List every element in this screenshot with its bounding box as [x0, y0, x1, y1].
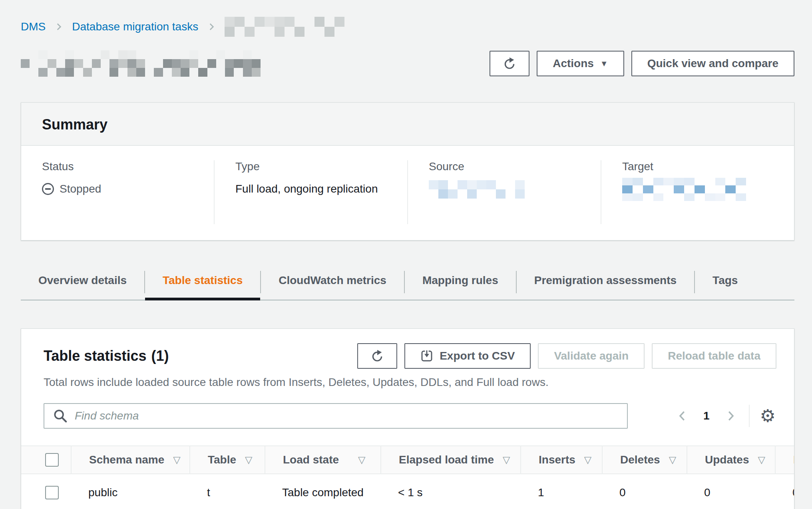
panel-count: (1) — [151, 348, 169, 364]
column-header-inserts[interactable]: Inserts▽ — [520, 446, 602, 473]
cell-schema-name: public — [71, 474, 189, 509]
table-settings-button[interactable]: ⚙ — [759, 407, 776, 425]
column-header-ddls-clipped[interactable]: D — [775, 446, 794, 473]
chevron-left-icon — [675, 409, 690, 423]
column-header-load-state[interactable]: Load state▽ — [265, 446, 380, 473]
schema-search-box — [44, 403, 628, 429]
sort-icon: ▽ — [669, 454, 676, 465]
status-value: Stopped — [60, 183, 101, 195]
tab-table-statistics[interactable]: Table statistics — [145, 264, 260, 300]
dms-task-page: DMS Database migration tasks Actions ▼ Q… — [0, 0, 812, 509]
breadcrumb-link-dms[interactable]: DMS — [21, 20, 46, 33]
breadcrumb-current-redacted — [225, 17, 344, 37]
source-link-redacted[interactable] — [429, 180, 525, 199]
table-statistics-header: Table statistics (1) Export to C — [21, 329, 794, 369]
cell-load-state: Table completed — [265, 474, 380, 509]
find-schema-input[interactable] — [44, 403, 628, 429]
summary-source-column: Source — [407, 160, 601, 224]
export-csv-label: Export to CSV — [440, 350, 515, 362]
caret-down-icon: ▼ — [600, 60, 608, 68]
table-statistics-title: Table statistics (1) — [44, 348, 169, 364]
refresh-icon — [371, 350, 384, 362]
select-all-checkbox[interactable] — [45, 453, 59, 467]
table-statistics-table: Schema name▽ Table▽ Load state▽ Elapsed … — [21, 445, 794, 509]
header-actions: Actions ▼ Quick view and compare — [490, 51, 794, 76]
pagination-next-button[interactable] — [722, 407, 739, 425]
table-actions: Export to CSV Validate again Reload tabl… — [357, 343, 776, 369]
tab-cloudwatch-metrics[interactable]: CloudWatch metrics — [261, 264, 404, 300]
table-statistics-description: Total rows include loaded source table r… — [44, 375, 776, 390]
cell-deletes: 0 — [602, 474, 687, 509]
gear-icon: ⚙ — [760, 406, 776, 426]
actions-label: Actions — [553, 57, 594, 70]
target-link-redacted[interactable] — [622, 178, 746, 201]
table-header-row: Schema name▽ Table▽ Load state▽ Elapsed … — [21, 445, 794, 474]
cell-updates: 0 — [687, 474, 775, 509]
sort-icon: ▽ — [173, 454, 180, 465]
type-value: Full load, ongoing replication — [235, 183, 390, 195]
column-header-deletes[interactable]: Deletes▽ — [602, 446, 687, 473]
column-header-elapsed-load-time[interactable]: Elapsed load time▽ — [380, 446, 520, 473]
type-label: Type — [235, 160, 390, 173]
cell-inserts: 1 — [520, 474, 602, 509]
row-checkbox[interactable] — [45, 486, 59, 499]
quick-view-compare-button[interactable]: Quick view and compare — [631, 51, 794, 76]
summary-grid: Status Stopped Type Full load, ongoing r… — [21, 146, 794, 240]
source-label: Source — [429, 160, 583, 173]
download-icon — [420, 350, 433, 362]
summary-header: Summary — [21, 103, 794, 146]
sort-icon: ▽ — [758, 454, 765, 465]
pagination-divider — [749, 405, 750, 427]
column-header-table[interactable]: Table▽ — [189, 446, 265, 473]
pagination: 1 ⚙ — [674, 405, 776, 427]
breadcrumb-link-migration-tasks[interactable]: Database migration tasks — [72, 20, 198, 33]
column-header-schema-name[interactable]: Schema name▽ — [71, 446, 189, 473]
stopped-icon — [42, 183, 54, 195]
task-title-redacted — [21, 50, 261, 77]
table-toolbar: 1 ⚙ — [21, 390, 794, 429]
refresh-task-button[interactable] — [490, 51, 529, 76]
summary-title: Summary — [42, 116, 773, 133]
summary-panel: Summary Status Stopped Type Full load, o… — [21, 102, 794, 241]
status-label: Status — [42, 160, 196, 173]
table-row: public t Table completed < 1 s 1 0 0 0 — [21, 474, 794, 509]
current-page-number: 1 — [701, 410, 712, 422]
refresh-table-button[interactable] — [357, 343, 397, 369]
target-label: Target — [622, 160, 776, 173]
summary-target-column: Target — [601, 160, 794, 224]
validate-again-button[interactable]: Validate again — [538, 343, 645, 369]
refresh-icon — [503, 57, 516, 70]
export-csv-button[interactable]: Export to CSV — [404, 343, 531, 369]
sort-icon: ▽ — [503, 454, 510, 465]
cell-table: t — [189, 474, 265, 509]
sort-icon: ▽ — [245, 454, 252, 465]
table-statistics-panel: Table statistics (1) Export to C — [21, 328, 794, 509]
chevron-right-icon — [723, 409, 738, 423]
actions-menu-button[interactable]: Actions ▼ — [537, 51, 624, 76]
sort-icon: ▽ — [584, 454, 591, 465]
pagination-prev-button[interactable] — [674, 407, 691, 425]
chevron-right-icon — [54, 21, 64, 33]
tab-overview-details[interactable]: Overview details — [21, 264, 144, 300]
reload-table-data-button[interactable]: Reload table data — [652, 343, 776, 369]
cell-elapsed-load-time: < 1 s — [380, 474, 520, 509]
cell-ddls-clipped: 0 — [775, 474, 794, 509]
tab-tags[interactable]: Tags — [695, 264, 755, 300]
sort-icon: ▽ — [358, 454, 365, 465]
summary-type-column: Type Full load, ongoing replication — [214, 160, 407, 224]
breadcrumb: DMS Database migration tasks — [21, 17, 794, 37]
summary-status-column: Status Stopped — [21, 160, 214, 224]
column-header-updates[interactable]: Updates▽ — [687, 446, 775, 473]
tab-premigration-assessments[interactable]: Premigration assessments — [517, 264, 694, 300]
panel-title-text: Table statistics — [44, 348, 146, 364]
tab-bar: Overview details Table statistics CloudW… — [21, 264, 794, 300]
tab-mapping-rules[interactable]: Mapping rules — [405, 264, 516, 300]
page-header: Actions ▼ Quick view and compare — [21, 46, 794, 82]
chevron-right-icon — [206, 21, 217, 33]
